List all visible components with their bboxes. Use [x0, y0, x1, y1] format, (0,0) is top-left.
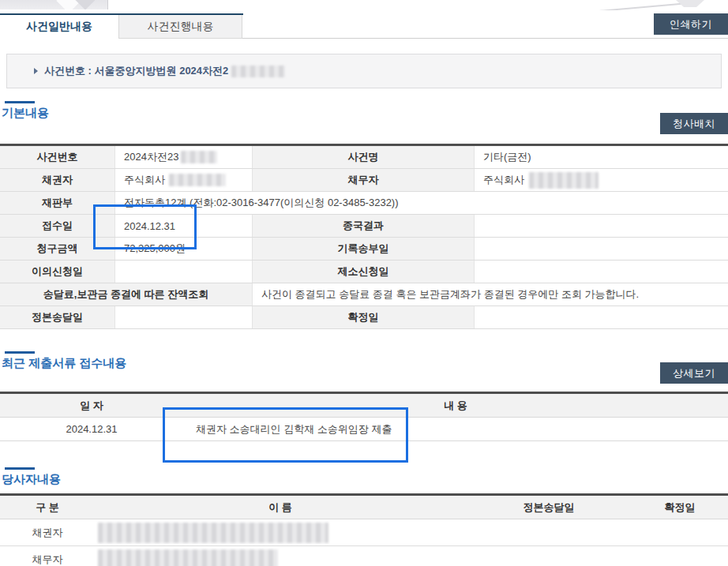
bullet-arrow-icon	[34, 68, 38, 74]
courthouse-map-button[interactable]: 청사배치	[660, 113, 728, 134]
party-type: 채권자	[0, 519, 95, 545]
final-result-value	[475, 215, 727, 237]
party-type-header: 구 분	[0, 496, 95, 519]
objection-date-label: 이의신청일	[0, 261, 115, 283]
redacted-blur	[169, 174, 226, 186]
view-details-button[interactable]: 상세보기	[660, 362, 728, 384]
tab-case-general-label: 사건일반내용	[26, 20, 92, 34]
case-number-value: 2024차전23	[115, 146, 253, 168]
original-service-date-label: 정본송달일	[0, 306, 115, 328]
party-service-date	[466, 519, 632, 545]
table-header-row: 구 분 이 름 정본송달일 확정일	[0, 496, 728, 519]
parties-table: 구 분 이 름 정본송달일 확정일 채권자 채무자	[0, 493, 728, 566]
table-row: 채권자 주식회사 채무자 주식회사	[0, 169, 728, 192]
party-name	[95, 519, 466, 545]
balance-inquiry-value: 사건이 종결되고 송달료 종결 혹은 보관금계좌가 종결된 경우에만 조회 가능…	[253, 283, 728, 305]
debtor-value: 주식회사	[475, 169, 727, 191]
confirmation-date-value	[475, 306, 727, 328]
debtor-value-text: 주식회사	[483, 173, 524, 187]
party-confirm-date-header: 확정일	[632, 496, 728, 519]
creditor-value-text: 주식회사	[124, 173, 165, 187]
tab-case-progress[interactable]: 사건진행내용	[118, 15, 242, 39]
tab-case-general[interactable]: 사건일반내용	[0, 15, 118, 39]
cutoff-banner-remnant	[0, 0, 108, 9]
lawsuit-request-date-label: 제소신청일	[252, 261, 475, 283]
case-name-value: 기타(금전)	[475, 146, 727, 168]
party-name	[95, 546, 466, 566]
table-row: 사건번호 2024차전23 사건명 기타(금전)	[0, 146, 728, 169]
case-name-label: 사건명	[252, 146, 475, 168]
case-number-value-text: 2024차전23	[124, 150, 178, 164]
record-send-date-label: 기록송부일	[252, 238, 475, 260]
annotation-box-filing-date	[93, 204, 197, 249]
table-row: 정본송달일 확정일	[0, 306, 728, 329]
table-row: 이의신청일 제소신청일	[0, 261, 728, 283]
recent-documents-section-title: 최근 제출서류 접수내용	[2, 356, 126, 371]
party-row: 채무자	[0, 546, 728, 566]
party-confirm-date	[632, 546, 728, 566]
party-service-date	[466, 546, 632, 566]
tab-case-progress-label: 사건진행내용	[148, 20, 214, 34]
redacted-blur	[98, 523, 328, 543]
party-service-date-header: 정본송달일	[466, 496, 632, 519]
court-division-value: 전자독촉12계 (전화:02-3016-3477(이의신청 02-3485-32…	[115, 192, 728, 214]
confirmation-date-label: 확정일	[252, 306, 475, 328]
section-accent-dash	[5, 101, 35, 103]
print-button[interactable]: 인쇄하기	[654, 13, 728, 35]
redacted-blur	[181, 151, 217, 163]
redacted-blur	[231, 66, 285, 77]
recent-row-date: 2024.12.31	[0, 418, 183, 440]
annotation-box-recent-content	[163, 407, 408, 463]
debtor-label: 채무자	[252, 169, 475, 191]
case-number-label: 사건번호	[0, 146, 115, 168]
redacted-blur	[98, 549, 278, 566]
section-accent-dash	[5, 467, 35, 470]
party-name-header: 이 름	[95, 496, 466, 519]
table-row: 송달료,보관금 종결에 따른 잔액조회 사건이 종결되고 송달료 종결 혹은 보…	[0, 283, 728, 306]
tab-trapezoid-shape	[676, 0, 704, 7]
lawsuit-request-date-value	[475, 261, 727, 283]
cutoff-tab-remnant	[591, 0, 728, 10]
diagonal-line	[591, 3, 682, 10]
redacted-blur	[529, 172, 599, 189]
creditor-label: 채권자	[0, 169, 115, 191]
basic-section-title: 기본내용	[2, 106, 49, 121]
party-row: 채권자	[0, 519, 728, 546]
balance-inquiry-label: 송달료,보관금 종결에 따른 잔액조회	[0, 283, 253, 305]
creditor-value: 주식회사	[115, 169, 253, 191]
party-confirm-date	[632, 519, 728, 545]
case-number-text: 사건번호 : 서울중앙지방법원 2024차전2	[44, 64, 228, 78]
final-result-label: 종국결과	[252, 215, 475, 237]
date-header: 일 자	[0, 394, 183, 417]
objection-date-value	[115, 261, 253, 283]
original-service-date-value	[115, 306, 253, 328]
case-number-bar: 사건번호 : 서울중앙지방법원 2024차전2	[6, 54, 722, 88]
record-send-date-value	[475, 238, 727, 260]
party-type: 채무자	[0, 546, 95, 566]
parties-section-title: 당사자내용	[2, 472, 61, 487]
section-accent-dash	[5, 351, 35, 354]
